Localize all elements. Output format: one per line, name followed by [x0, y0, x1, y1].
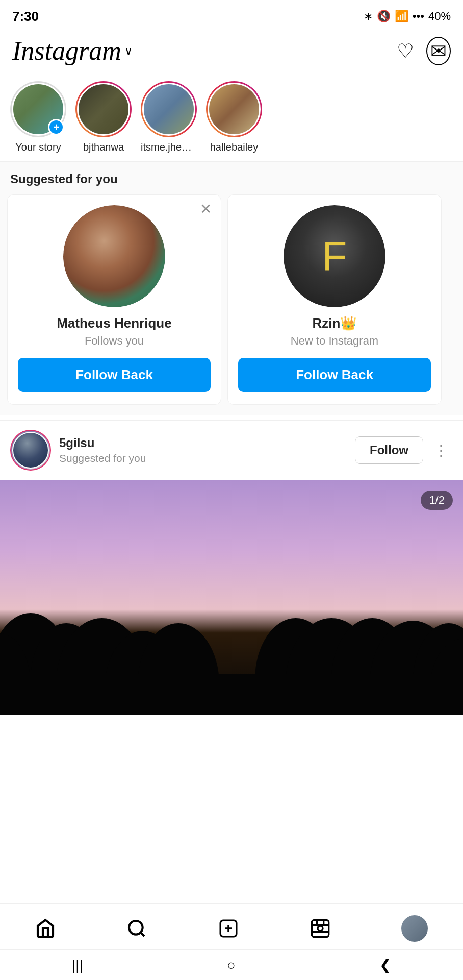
status-icons: ∗ 🔇 📶 ••• 40%: [364, 10, 451, 23]
follow-back-button-matheus[interactable]: Follow Back: [18, 358, 211, 392]
mute-icon: 🔇: [377, 10, 391, 23]
status-bar: 7:30 ∗ 🔇 📶 ••• 40%: [0, 0, 463, 31]
svg-point-14: [129, 921, 143, 935]
user-avatar-inner-5gilsu: [12, 432, 49, 469]
card-avatar-matheus: [63, 205, 165, 307]
user-row-username: 5gilsu: [59, 436, 355, 450]
nav-home[interactable]: [35, 918, 56, 939]
story-ring-bjthanwa: [75, 81, 132, 137]
story-label-bjthanwa: bjthanwa: [83, 141, 124, 153]
signal-icon: •••: [413, 10, 424, 23]
suggested-card-rzin: F Rzin👑 New to Instagram Follow Back: [227, 194, 442, 405]
profile-pic-nav: [401, 915, 428, 942]
suggested-section: Suggested for you ✕ Matheus Henrique Fol…: [0, 162, 463, 415]
story-avatar-hallebailey: [208, 83, 261, 136]
suggested-user-row: 5gilsu Suggested for you Follow ⋮: [0, 420, 463, 480]
story-label-your-story: Your story: [15, 141, 61, 153]
post-image-svg: [0, 480, 463, 715]
story-avatar-bjthanwa: [77, 83, 130, 136]
user-row-info-5gilsu: 5gilsu Suggested for you: [59, 436, 355, 464]
story-ring-itsme-jhem24: [141, 81, 197, 137]
follow-back-button-rzin[interactable]: Follow Back: [238, 358, 431, 392]
svg-point-20: [318, 926, 323, 931]
add-story-button[interactable]: +: [48, 119, 64, 135]
avatar-image-matheus: [63, 205, 165, 307]
story-ring-hallebailey: [206, 81, 262, 137]
nav-search[interactable]: [126, 918, 147, 939]
suggested-title: Suggested for you: [0, 172, 463, 194]
header-action-icons: ♡ ✉: [397, 37, 451, 65]
nav-profile[interactable]: [401, 915, 428, 942]
messenger-icon[interactable]: ✉: [426, 37, 451, 65]
your-story-ring: +: [10, 81, 66, 137]
status-time: 7:30: [12, 9, 39, 24]
sys-nav-recents[interactable]: |||: [62, 953, 93, 977]
story-label-hallebailey: hallebailey: [210, 141, 259, 153]
user-row-avatar-5gilsu: [10, 430, 51, 471]
notifications-icon[interactable]: ♡: [397, 40, 414, 62]
nav-reels[interactable]: [310, 918, 330, 939]
follow-button-5gilsu[interactable]: Follow: [355, 436, 423, 464]
avatar-image-rzin: F: [284, 205, 385, 307]
svg-rect-13: [0, 674, 463, 715]
card-subtext-matheus: Follows you: [85, 334, 144, 348]
card-username-matheus: Matheus Henrique: [57, 315, 171, 331]
bottom-nav: [0, 903, 463, 949]
user-row-subtext: Suggested for you: [59, 452, 355, 464]
svg-line-15: [141, 932, 144, 936]
card-username-rzin: Rzin👑: [313, 315, 357, 331]
card-subtext-rzin: New to Instagram: [291, 334, 378, 348]
app-header: Instagram ∨ ♡ ✉: [0, 31, 463, 73]
sys-nav-home[interactable]: ○: [217, 953, 246, 977]
stories-row: + Your story bjthanwa itsme.jhem24 halle…: [0, 73, 463, 162]
story-label-itsme-jhem24: itsme.jhem24: [141, 141, 197, 153]
post-image[interactable]: 1/2: [0, 480, 463, 715]
nav-add-post[interactable]: [218, 918, 239, 939]
story-item-hallebailey[interactable]: hallebailey: [206, 81, 262, 153]
close-card-matheus[interactable]: ✕: [200, 202, 212, 216]
dropdown-chevron[interactable]: ∨: [124, 44, 133, 58]
card-avatar-rzin: F: [284, 205, 385, 307]
battery-status: 40%: [428, 10, 451, 23]
app-logo[interactable]: Instagram ∨: [12, 36, 133, 66]
story-item-your-story[interactable]: + Your story: [10, 81, 66, 153]
system-nav: ||| ○ ❮: [0, 949, 463, 980]
sys-nav-back[interactable]: ❮: [369, 952, 401, 977]
more-options-icon[interactable]: ⋮: [429, 439, 453, 461]
story-item-bjthanwa[interactable]: bjthanwa: [75, 81, 132, 153]
user-row-actions: Follow ⋮: [355, 436, 453, 464]
bluetooth-icon: ∗: [364, 10, 373, 23]
suggested-card-matheus: ✕ Matheus Henrique Follows you Follow Ba…: [7, 194, 221, 405]
story-item-itsme-jhem24[interactable]: itsme.jhem24: [141, 81, 197, 153]
wifi-icon: 📶: [395, 10, 408, 23]
logo-text: Instagram: [12, 36, 121, 66]
svg-rect-19: [312, 920, 328, 937]
suggested-cards-row: ✕ Matheus Henrique Follows you Follow Ba…: [0, 194, 463, 405]
story-avatar-itsme-jhem24: [142, 83, 195, 136]
post-counter: 1/2: [421, 491, 453, 510]
